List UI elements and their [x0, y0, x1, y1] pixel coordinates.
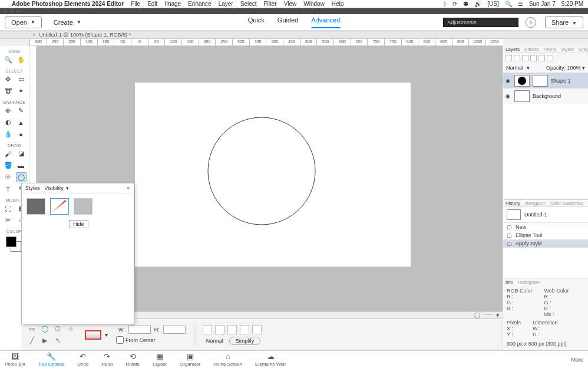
- shape-line[interactable]: ╱: [27, 336, 37, 346]
- mode-quick[interactable]: Quick: [248, 17, 265, 28]
- web-mode[interactable]: Web Color: [544, 288, 569, 294]
- mode-guided[interactable]: Guided: [278, 17, 298, 28]
- gradient-tool[interactable]: ▬: [16, 160, 27, 170]
- date[interactable]: Sun Jan 7: [529, 1, 556, 7]
- tab-layers[interactable]: Layers: [506, 47, 520, 52]
- add-shape[interactable]: [215, 325, 224, 334]
- shape-custom[interactable]: ▶: [40, 336, 49, 346]
- rotate[interactable]: ⟲Rotate: [125, 352, 140, 367]
- shape-rect[interactable]: ▭: [27, 324, 37, 334]
- tool-options[interactable]: 🔧Tool Options: [38, 352, 64, 367]
- menu-help[interactable]: Help: [332, 1, 344, 7]
- mode-advanced[interactable]: Advanced: [311, 17, 340, 28]
- app-name[interactable]: Adobe Photoshop Elements 2024 Editor: [12, 1, 124, 7]
- quick-select-tool[interactable]: ✦: [16, 86, 27, 96]
- bluetooth-icon[interactable]: ᛒ: [443, 1, 447, 7]
- search-icon[interactable]: 🔍: [505, 1, 512, 7]
- foreground-color[interactable]: [6, 236, 16, 247]
- organizer[interactable]: ▣Organizer: [180, 352, 200, 367]
- tab-graphics[interactable]: Graphics: [579, 47, 588, 52]
- sync-icon[interactable]: ⟳: [452, 1, 457, 7]
- input-source[interactable]: [US]: [487, 1, 498, 7]
- whiten-tool[interactable]: ✎: [16, 106, 27, 116]
- rgb-mode[interactable]: RGB Color: [507, 288, 533, 294]
- shape-select[interactable]: ↖: [53, 336, 62, 346]
- blur-tool[interactable]: 💧: [3, 129, 14, 139]
- tab-navigator[interactable]: Navigator: [525, 201, 545, 206]
- menu-window[interactable]: Window: [303, 1, 325, 7]
- new-shape-layer[interactable]: [203, 325, 212, 334]
- shape-star[interactable]: ☆: [66, 324, 75, 334]
- move-tool[interactable]: ✥: [3, 74, 14, 84]
- lock-icon[interactable]: [539, 55, 545, 61]
- tab-history[interactable]: History: [506, 201, 520, 206]
- units-pixels[interactable]: Pixels: [507, 320, 521, 326]
- brush-tool[interactable]: 🖌: [3, 149, 14, 159]
- subtract-shape[interactable]: [227, 325, 237, 334]
- chevron-down-icon[interactable]: ▾: [105, 331, 108, 338]
- undo[interactable]: ↶Undo: [77, 352, 88, 367]
- fx-icon[interactable]: [522, 55, 528, 61]
- redo[interactable]: ↷Redo: [101, 352, 113, 367]
- new-layer-icon[interactable]: [506, 55, 512, 61]
- history-step[interactable]: ▢Apply Style: [503, 239, 588, 248]
- opacity-value[interactable]: 100%: [567, 65, 580, 71]
- tab-effects[interactable]: Effects: [524, 47, 539, 52]
- tab-swatches[interactable]: Color Swatches: [550, 201, 583, 206]
- style-show[interactable]: [27, 198, 45, 215]
- color-swatches[interactable]: [6, 236, 24, 254]
- create-button[interactable]: Create▼: [48, 17, 87, 28]
- sponge-tool[interactable]: ●: [16, 129, 27, 139]
- mask-icon[interactable]: [530, 55, 537, 61]
- tab-info[interactable]: Info: [506, 280, 513, 285]
- eye-tool[interactable]: 👁: [3, 106, 14, 116]
- menu-enhance[interactable]: Enhance: [188, 1, 211, 7]
- layer-shape1[interactable]: ◉ Shape 1: [503, 73, 588, 88]
- tab-filters[interactable]: Filters: [543, 47, 556, 52]
- fill-tool[interactable]: 🪣: [3, 160, 14, 170]
- clone-tool[interactable]: ▲: [16, 117, 27, 127]
- panel-menu-icon[interactable]: ≡: [127, 185, 130, 191]
- zoom-window[interactable]: [16, 9, 20, 13]
- tab-histogram[interactable]: Histogram: [518, 280, 539, 285]
- height-input[interactable]: [163, 326, 186, 334]
- home-screen[interactable]: ⌂Home Screen: [213, 352, 242, 367]
- shape-tool[interactable]: ◯: [16, 172, 27, 182]
- more-button[interactable]: More: [571, 357, 583, 363]
- minimize-window[interactable]: [10, 9, 14, 13]
- style-hide[interactable]: [50, 198, 69, 215]
- style-ghost[interactable]: [74, 198, 93, 215]
- picker-tool[interactable]: ⦾: [3, 172, 14, 182]
- menu-image[interactable]: Image: [164, 1, 181, 7]
- settings-icon[interactable]: ☼: [526, 17, 536, 28]
- visibility-icon[interactable]: ◉: [506, 93, 511, 99]
- menu-select[interactable]: Select: [240, 1, 257, 7]
- content-move-tool[interactable]: ✂: [3, 215, 14, 225]
- shape-polygon[interactable]: ⬠: [53, 324, 62, 334]
- volume-icon[interactable]: 🔊: [474, 1, 481, 7]
- close-tab-icon[interactable]: ×: [32, 32, 35, 38]
- menu-file[interactable]: File: [131, 1, 140, 7]
- zoom-tool[interactable]: 🔍: [3, 55, 14, 65]
- marquee-tool[interactable]: ▭: [16, 74, 27, 84]
- shape-blend[interactable]: Normal: [206, 338, 223, 344]
- eraser-tool[interactable]: ◪: [16, 149, 27, 159]
- menu-view[interactable]: View: [284, 1, 297, 7]
- document-tab[interactable]: ×Untitled-1 @ 100% (Shape 1, RGB/8) *: [0, 31, 588, 39]
- from-center-checkbox[interactable]: From Center: [116, 336, 186, 344]
- simplify-button[interactable]: Simplify: [229, 337, 261, 345]
- fill-color-picker[interactable]: [85, 330, 101, 340]
- type-tool[interactable]: T: [3, 184, 14, 194]
- visibility-icon[interactable]: ◉: [506, 78, 511, 84]
- spot-heal-tool[interactable]: ◐: [3, 117, 14, 127]
- elements-web[interactable]: ☁Elements Web: [255, 352, 286, 367]
- layout[interactable]: ▦Layout: [153, 352, 167, 367]
- time[interactable]: 5:20 PM: [561, 1, 583, 7]
- adjustments-dropdown[interactable]: Adjustments: [443, 18, 518, 27]
- history-snapshot[interactable]: Untitled-1: [503, 207, 588, 223]
- menu-filter[interactable]: Filter: [263, 1, 276, 7]
- close-window[interactable]: [4, 9, 7, 13]
- photo-bin[interactable]: 🖼Photo Bin: [5, 352, 25, 367]
- menu-layer[interactable]: Layer: [219, 1, 233, 7]
- control-center-icon[interactable]: ☰: [518, 1, 523, 7]
